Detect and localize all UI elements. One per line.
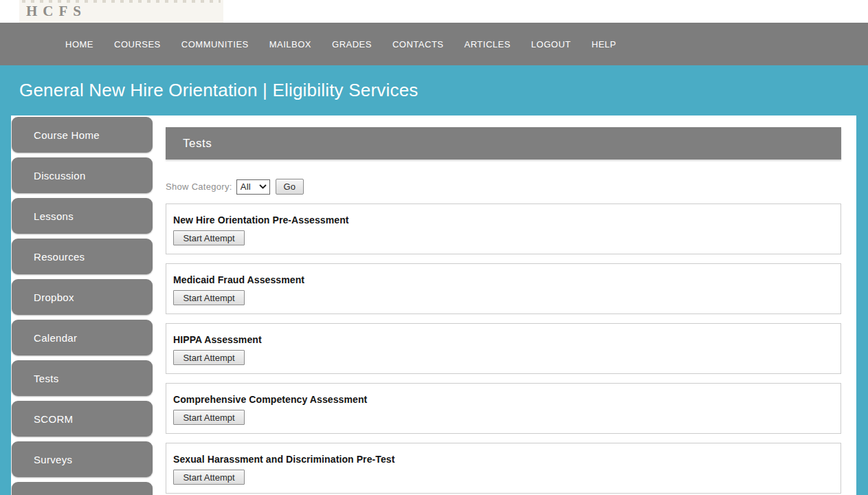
section-title: Tests [183,137,212,151]
sidebar-item-label: Tests [34,373,59,384]
main-nav: HOME COURSES COMMUNITIES MAILBOX GRADES … [0,23,868,65]
go-button[interactable]: Go [276,179,304,195]
start-attempt-button[interactable]: Start Attempt [173,230,245,245]
nav-item[interactable]: HOME [65,39,93,50]
content-panel: Course Home Discussion Lessons Resources… [11,116,856,495]
nav-item[interactable]: HELP [592,39,616,50]
start-attempt-button[interactable]: Start Attempt [173,350,245,365]
logo[interactable]: HCFS [19,0,223,23]
sidebar-item[interactable]: SCORM [12,401,153,437]
logo-text: HCFS [26,3,87,20]
sidebar-item-label: Calendar [34,332,77,344]
sidebar-item[interactable]: Tests [12,360,153,396]
main-content: Tests Show Category: All Go [166,116,856,495]
filter-label: Show Category: [166,182,232,192]
nav-item[interactable]: COMMUNITIES [181,39,249,50]
top-strip: HCFS [0,0,868,23]
sidebar-item-label: Surveys [34,454,72,465]
test-title: Sexual Harassment and Discrimination Pre… [173,454,841,465]
nav-item[interactable]: GRADES [332,39,372,50]
sidebar-item-label: Course Home [34,129,100,141]
start-attempt-button[interactable]: Start Attempt [173,410,245,425]
test-card: Sexual Harassment and Discrimination Pre… [166,443,841,494]
section-header: Tests [166,127,841,160]
sidebar-item[interactable]: Lessons [12,198,153,234]
test-title: New Hire Orientation Pre-Assessment [173,214,841,226]
test-card: HIPPA Assessment Start Attempt [166,323,841,374]
nav-item[interactable]: MAILBOX [269,39,311,50]
nav-item[interactable]: CONTACTS [392,39,444,50]
category-select[interactable]: All [236,179,270,195]
start-attempt-button[interactable]: Start Attempt [173,470,245,485]
category-select-value: All [241,182,251,192]
sidebar-item[interactable]: Course Home [12,117,153,153]
category-filter: Show Category: All Go [166,179,841,195]
test-title: Medicaid Fraud Assessment [173,274,841,285]
course-sidebar: Course Home Discussion Lessons Resources… [11,116,166,495]
sidebar-item[interactable]: Groups [12,482,153,495]
test-card: New Hire Orientation Pre-Assessment Star… [166,204,841,254]
sidebar-item-label: Resources [34,251,85,263]
sidebar-item-label: Dropbox [34,292,74,303]
sidebar-item-label: Lessons [34,210,74,222]
nav-item[interactable]: LOGOUT [531,39,571,50]
test-card: Comprehensive Competency Assessment Star… [166,383,841,434]
sidebar-item[interactable]: Calendar [12,320,153,355]
test-title: Comprehensive Competency Assessment [173,394,841,405]
sidebar-item[interactable]: Resources [12,239,153,274]
nav-item[interactable]: COURSES [114,39,161,50]
start-attempt-button[interactable]: Start Attempt [173,290,245,305]
test-title: HIPPA Assessment [173,334,841,345]
sidebar-item-label: Discussion [34,170,86,182]
chevron-down-icon [259,184,267,189]
sidebar-item-label: SCORM [34,413,73,425]
page-title: General New Hire Orientation | Eligibili… [19,80,419,101]
sidebar-item[interactable]: Dropbox [12,279,153,315]
nav-item[interactable]: ARTICLES [465,39,511,50]
page-frame: Course Home Discussion Lessons Resources… [0,116,868,495]
sidebar-item[interactable]: Surveys [12,441,153,477]
test-list: New Hire Orientation Pre-Assessment Star… [166,204,841,494]
test-card: Medicaid Fraud Assessment Start Attempt [166,263,841,314]
course-banner: General New Hire Orientation | Eligibili… [0,65,868,116]
sidebar-item[interactable]: Discussion [12,157,153,193]
